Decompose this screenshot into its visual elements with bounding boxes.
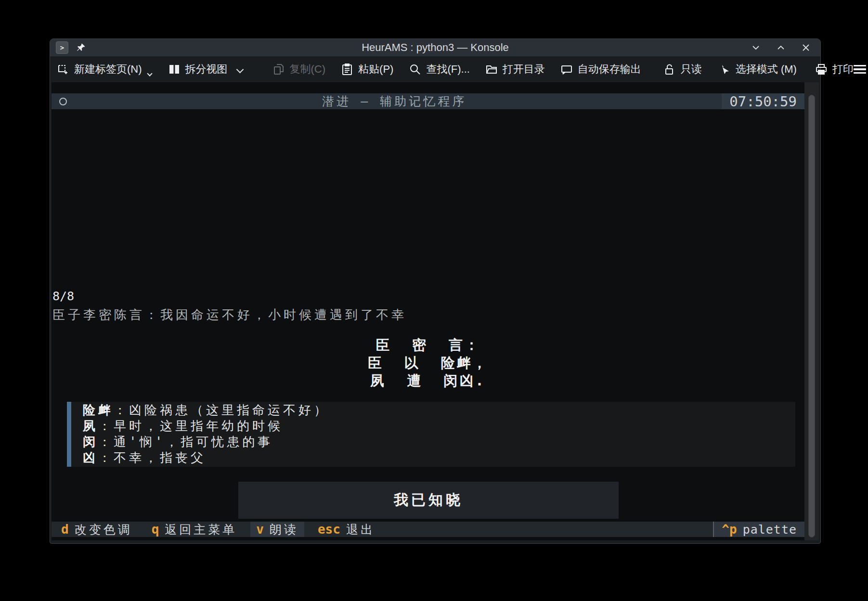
find-label: 查找(F)...	[426, 62, 469, 77]
print-label: 打印	[832, 62, 854, 77]
app-title: 潜进 – 辅助记忆程序	[67, 93, 722, 109]
toolbar: 新建标签页(N) 拆分视图 复制(C)	[50, 56, 820, 82]
read-only-button[interactable]: 只读	[663, 62, 702, 77]
progress-counter: 8/8	[52, 289, 74, 303]
paste-label: 粘贴(P)	[358, 62, 393, 77]
cursor-arrow-icon	[718, 63, 731, 76]
split-view-button[interactable]: 拆分视图	[168, 62, 243, 77]
copy-icon	[272, 63, 285, 76]
pin-icon[interactable]	[76, 43, 86, 52]
autosave-output-label: 自动保存输出	[578, 62, 641, 77]
annotation-line: 闵：通'悯'，指可忧患的事	[83, 434, 795, 450]
shortcut-main-menu[interactable]: q 返回主菜单	[146, 522, 243, 537]
screen: HeurAMS : python3 — Konsole >	[0, 0, 868, 601]
translation-line: 臣子李密陈言：我因命运不好，小时候遭遇到了不幸	[52, 307, 407, 323]
window-title: HeurAMS : python3 — Konsole	[50, 41, 820, 54]
verse-line-2: 臣 以 险衅，	[52, 354, 804, 372]
new-tab-label: 新建标签页(N)	[74, 62, 142, 77]
annotation-line: 夙：早时，这里指年幼的时候	[83, 418, 795, 434]
hamburger-menu-icon[interactable]	[854, 65, 866, 74]
verse-line-3: 夙 遭 闵凶.	[52, 372, 804, 390]
annotation-line: 凶：不幸，指丧父	[83, 450, 795, 466]
verse-block: 臣 密 言： 臣 以 险衅， 夙 遭 闵凶.	[52, 336, 804, 390]
shortcut-exit[interactable]: esc 退出	[312, 522, 381, 537]
maximize-button[interactable]	[776, 43, 786, 52]
select-mode-label: 选择模式 (M)	[736, 62, 797, 77]
open-directory-button[interactable]: 打开目录	[485, 62, 545, 77]
app-header-bar: 潜进 – 辅助记忆程序 07:50:59	[52, 93, 804, 109]
output-bubble-icon	[560, 63, 573, 76]
autosave-output-button[interactable]: 自动保存输出	[560, 62, 641, 77]
printer-icon	[815, 63, 828, 76]
status-circle-icon	[59, 98, 67, 105]
minimize-button[interactable]	[751, 43, 761, 52]
clock: 07:50:59	[722, 93, 804, 109]
folder-icon	[485, 63, 498, 76]
new-tab-button[interactable]: 新建标签页(N)	[57, 62, 152, 77]
read-only-label: 只读	[681, 62, 702, 77]
title-bar[interactable]: HeurAMS : python3 — Konsole >	[50, 39, 820, 56]
konsole-window: HeurAMS : python3 — Konsole >	[50, 38, 821, 544]
split-view-chevron-down-icon	[236, 65, 244, 73]
terminal-view[interactable]: 潜进 – 辅助记忆程序 07:50:59 8/8 臣子李密陈言：我因命运不好，小…	[52, 82, 819, 540]
scrollbar-thumb[interactable]	[808, 95, 815, 537]
verse-line-1: 臣 密 言：	[52, 336, 804, 354]
open-directory-label: 打开目录	[503, 62, 545, 77]
find-button[interactable]: 查找(F)...	[409, 62, 469, 77]
select-mode-button[interactable]: 选择模式 (M)	[718, 62, 797, 77]
split-view-label: 拆分视图	[185, 62, 228, 77]
status-bar: d 改变色调 q 返回主菜单 v 朗读 esc 退出 ^p	[52, 522, 804, 537]
shortcut-change-theme[interactable]: d 改变色调	[55, 522, 138, 537]
shortcut-read-aloud[interactable]: v 朗读	[250, 522, 304, 537]
search-icon	[409, 63, 421, 76]
paste-button[interactable]: 粘贴(P)	[341, 62, 393, 77]
print-button[interactable]: 打印	[815, 62, 854, 77]
unlocked-padlock-icon	[663, 63, 676, 76]
annotation-box: 险衅：凶险祸患（这里指命运不好） 夙：早时，这里指年幼的时候 闵：通'悯'，指可…	[67, 402, 795, 467]
new-tab-icon	[57, 63, 69, 76]
paste-icon	[341, 63, 353, 76]
copy-label: 复制(C)	[290, 62, 326, 77]
scrollbar-track[interactable]	[804, 82, 819, 540]
split-view-icon	[168, 63, 181, 76]
acknowledge-button[interactable]: 我已知晓	[238, 482, 619, 519]
close-button[interactable]	[801, 43, 811, 52]
shortcut-palette[interactable]: ^p palette	[713, 522, 804, 537]
copy-button: 复制(C)	[272, 62, 326, 77]
konsole-app-icon: >	[56, 41, 68, 54]
annotation-line: 险衅：凶险祸患（这里指命运不好）	[83, 402, 795, 418]
new-tab-chevron-down-icon	[147, 71, 152, 76]
